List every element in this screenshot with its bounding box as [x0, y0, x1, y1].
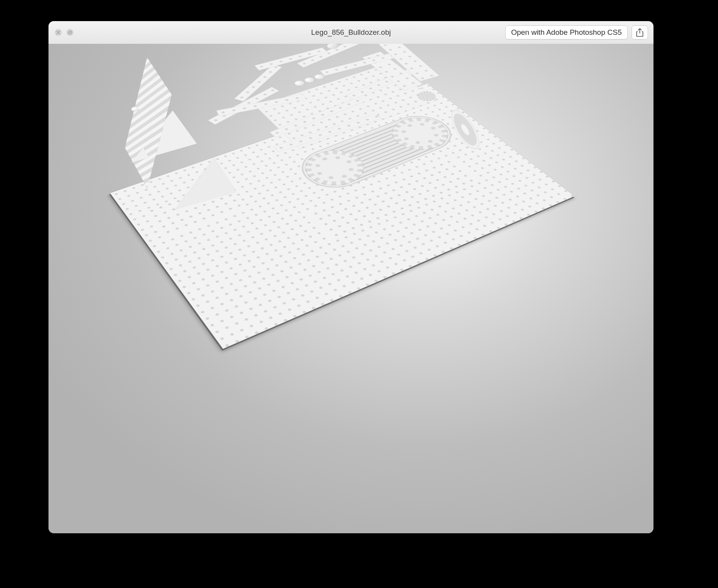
stop-button[interactable]	[66, 29, 74, 36]
window-controls	[55, 29, 74, 36]
titlebar: Lego_856_Bulldozer.obj Open with Adobe P…	[48, 21, 653, 44]
close-button[interactable]	[55, 29, 62, 36]
titlebar-right-controls: Open with Adobe Photoshop CS5	[505, 25, 648, 39]
model-render	[48, 44, 653, 460]
open-with-label: Open with Adobe Photoshop CS5	[511, 28, 622, 37]
quicklook-window: Lego_856_Bulldozer.obj Open with Adobe P…	[48, 21, 653, 533]
share-icon	[636, 28, 643, 37]
close-icon	[56, 30, 60, 34]
preview-viewport[interactable]	[48, 44, 653, 533]
share-button[interactable]	[632, 25, 648, 39]
open-with-button[interactable]: Open with Adobe Photoshop CS5	[505, 25, 628, 39]
stop-icon	[68, 30, 72, 35]
